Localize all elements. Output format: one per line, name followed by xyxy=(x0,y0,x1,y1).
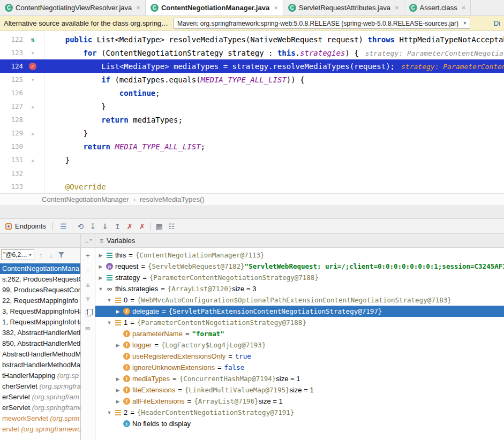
code-line[interactable]: 122⇅ public List<MediaType> resolveMedia… xyxy=(0,33,504,46)
close-icon[interactable]: × xyxy=(274,4,278,12)
gutter[interactable]: 133 xyxy=(0,180,45,193)
code-line[interactable]: 128 return mediaTypes; xyxy=(0,113,504,126)
chevron-right-icon[interactable]: ▶ xyxy=(96,253,105,258)
fold-down-icon[interactable]: ▾ xyxy=(27,73,39,86)
editor-tab[interactable]: CAssert.class× xyxy=(404,0,471,16)
gutter[interactable]: 122⇅ xyxy=(0,33,45,46)
variable-row[interactable]: ▶this={ContentNegotiationManager@7113} xyxy=(95,249,504,261)
code-line[interactable]: 123▾ for (ContentNegotiationStrategy str… xyxy=(0,46,504,59)
variable-row[interactable]: ▼0={WebMvcAutoConfiguration$OptionalPath… xyxy=(95,294,504,306)
move-watch-up-icon[interactable]: ▲ xyxy=(84,280,92,289)
stack-frame[interactable]: 850, AbstractHandlerMeth xyxy=(0,338,80,349)
gutter[interactable]: 128 xyxy=(0,113,45,126)
run-to-cursor-icon[interactable]: ✗ xyxy=(136,221,148,232)
code-line[interactable]: 130 return MEDIA_TYPE_ALL_LIST; xyxy=(0,140,504,153)
stack-frame[interactable]: meworkServlet (org.sprin xyxy=(0,413,80,424)
breadcrumb-class[interactable]: ContentNegotiationManager xyxy=(42,195,129,203)
stack-frame[interactable]: 22, RequestMappingInfo xyxy=(0,295,80,306)
source-jar-selector[interactable]: Maven: org.springframework:spring-web:5.… xyxy=(174,18,470,29)
stack-frame[interactable]: erServlet (org.springfram xyxy=(0,392,80,403)
variable-row[interactable]: ▶fmediaTypes={ConcurrentHashMap@7194} si… xyxy=(95,373,504,384)
show-execution-point-icon[interactable]: →* xyxy=(81,234,95,247)
evaluate-grid-icon[interactable]: ▦ xyxy=(153,221,166,232)
force-step-into-icon[interactable]: ⇓ xyxy=(99,221,111,232)
move-watch-down-icon[interactable]: ▼ xyxy=(84,294,92,303)
variable-row[interactable]: iNo fields to display xyxy=(95,418,504,429)
chevron-down-icon[interactable]: ▼ xyxy=(105,298,114,303)
drop-frame-icon[interactable]: ✗ xyxy=(124,221,136,232)
chevron-right-icon[interactable]: ▶ xyxy=(114,399,122,404)
close-icon[interactable]: × xyxy=(136,4,140,12)
gutter[interactable]: 125▾ xyxy=(0,73,45,86)
stack-frame[interactable]: 99, ProducesRequestCond xyxy=(0,285,80,295)
chevron-right-icon[interactable]: ▶ xyxy=(114,309,122,314)
close-icon[interactable]: × xyxy=(395,4,399,12)
show-watches-icon[interactable]: ∞ xyxy=(84,323,92,332)
close-icon[interactable]: × xyxy=(462,4,466,12)
variable-row[interactable]: ▶ffileExtensions={LinkedMultiValueMap@71… xyxy=(95,384,504,396)
chevron-right-icon[interactable]: ▶ xyxy=(114,376,122,382)
variable-row[interactable]: ▼2={HeaderContentNegotiationStrategy@719… xyxy=(95,407,504,418)
editor-tab[interactable]: CContentNegotiationManager.java× xyxy=(146,0,283,16)
rerun-icon[interactable]: ⟲ xyxy=(74,221,87,232)
variable-row[interactable]: ▶fdelegate={ServletPathExtensionContentN… xyxy=(95,306,504,317)
chevron-down-icon[interactable]: ▼ xyxy=(105,410,114,415)
add-watch-icon[interactable]: + xyxy=(84,251,92,260)
stack-frame[interactable]: ContentNegotiationMana xyxy=(0,263,80,274)
tab-endpoints[interactable]: Endpoints xyxy=(3,222,48,230)
thread-selector[interactable]: "@6,2… ▼ xyxy=(1,249,34,260)
stack-frame[interactable]: AbstractHandlerMethodM xyxy=(0,349,80,360)
code-line[interactable]: 125▾ if (mediaTypes.equals(MEDIA_TYPE_AL… xyxy=(0,73,504,86)
breadcrumb-method[interactable]: resolveMediaTypes() xyxy=(140,195,205,203)
stack-frame[interactable]: ervlet (org springframewo xyxy=(0,424,80,435)
layout-settings-icon[interactable]: ☷ xyxy=(166,221,178,232)
filter-icon[interactable] xyxy=(56,249,66,260)
code-editor[interactable]: 122⇅ public List<MediaType> resolveMedia… xyxy=(0,31,504,193)
stack-frame[interactable]: 1, RequestMappingInfoHa xyxy=(0,317,80,328)
remove-watch-icon[interactable]: − xyxy=(84,265,92,274)
stack-frame[interactable]: cherServlet (org.springfra xyxy=(0,381,80,392)
editor-tab[interactable]: CContentNegotiatingViewResolver.java× xyxy=(0,0,146,16)
chevron-right-icon[interactable]: ▶ xyxy=(96,275,105,280)
stack-frame[interactable]: 3, RequestMappingInfoHa xyxy=(0,306,80,317)
step-out-icon[interactable]: ↥ xyxy=(111,221,124,232)
fold-up-icon[interactable]: ▴ xyxy=(27,126,39,140)
gutter[interactable]: 127▴ xyxy=(0,100,45,113)
chevron-right-icon[interactable]: ▶ xyxy=(114,388,122,393)
code-line[interactable]: 133 @Override xyxy=(0,180,504,193)
variable-row[interactable]: ▶strategy={ParameterContentNegotiationSt… xyxy=(95,272,504,283)
step-into-icon[interactable]: ↧ xyxy=(87,221,99,232)
variable-row[interactable]: ▶prequest={ServletWebRequest@7182} "Serv… xyxy=(95,261,504,272)
code-line[interactable]: 126 continue; xyxy=(0,86,504,100)
code-line[interactable]: 127▴ } xyxy=(0,100,504,113)
stack-frame[interactable]: bstractHandlerMethodMa xyxy=(0,360,80,370)
gutter[interactable]: 131▴ xyxy=(0,153,45,166)
variable-row[interactable]: ▼∞this.strategies={ArrayList@7120} size … xyxy=(95,283,504,294)
override-marker-icon[interactable]: ⇅ xyxy=(27,33,39,46)
stack-frame[interactable]: 382, AbstractHandlerMeth xyxy=(0,328,80,338)
previous-frame-icon[interactable]: ↑ xyxy=(36,249,46,260)
breakpoint-icon[interactable]: ✓ xyxy=(27,59,39,73)
stack-frame[interactable]: erServlet (org.springframe xyxy=(0,403,80,413)
chevron-right-icon[interactable]: ▶ xyxy=(96,264,105,269)
variable-row[interactable]: ▼1={ParameterContentNegotiationStrategy@… xyxy=(95,317,504,328)
chevron-right-icon[interactable]: ▶ xyxy=(114,343,122,348)
gutter[interactable]: 126 xyxy=(0,86,45,100)
code-line[interactable]: 124✓ List<MediaType> mediaTypes = strate… xyxy=(0,59,504,73)
gutter[interactable]: 124✓ xyxy=(0,59,45,73)
gutter[interactable]: 129▴ xyxy=(0,126,45,140)
next-frame-icon[interactable]: ↓ xyxy=(46,249,56,260)
code-line[interactable]: 129▴ } xyxy=(0,126,504,140)
chevron-down-icon[interactable]: ▼ xyxy=(105,320,114,325)
fold-up-icon[interactable]: ▴ xyxy=(27,153,39,166)
fold-down-icon[interactable]: ▾ xyxy=(27,46,39,59)
gutter[interactable]: 123▾ xyxy=(0,46,45,59)
chevron-down-icon[interactable]: ▼ xyxy=(96,286,105,292)
variable-row[interactable]: ▶fallFileExtensions={ArrayList@7196} siz… xyxy=(95,396,504,407)
menu-icon[interactable]: ≡ xyxy=(100,237,103,245)
variable-row[interactable]: fuseRegisteredExtensionsOnly=true xyxy=(95,351,504,362)
editor-tab[interactable]: CServletRequestAttributes.java× xyxy=(283,0,404,16)
gutter[interactable]: 132 xyxy=(0,166,45,180)
menu-icon[interactable]: ☰ xyxy=(57,221,70,232)
variable-row[interactable]: fignoreUnknownExtensions=false xyxy=(95,362,504,373)
